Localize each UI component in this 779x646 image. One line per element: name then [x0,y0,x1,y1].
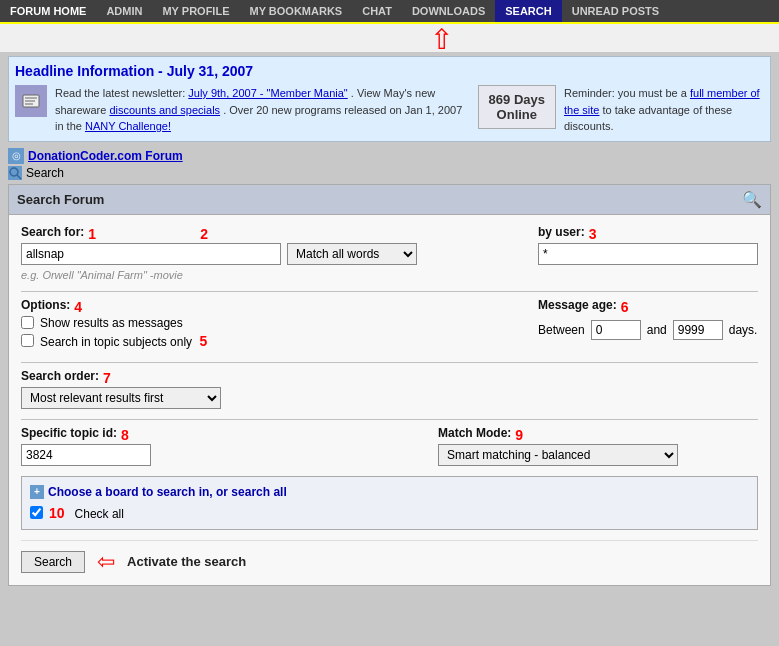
by-user-input[interactable] [538,243,758,265]
discounts-link[interactable]: discounts and specials [109,104,220,116]
nav-bar: FORUM HOME ADMIN MY PROFILE MY BOOKMARKS… [0,0,779,24]
num8-label: 8 [121,427,129,443]
check-all-row: 10 Check all [30,505,749,521]
options-label: Options: [21,298,70,312]
search-for-input[interactable] [21,243,281,265]
headline-icon [15,85,47,117]
search-body: Search for: 1 2 Match all words Match an… [9,215,770,585]
topic-id-section: Specific topic id: 8 [21,426,430,466]
nav-search[interactable]: SEARCH [495,0,561,22]
topic-subjects-row: Search in topic subjects only 5 [21,333,530,349]
search-form-header: Search Forum 🔍 [9,185,770,215]
divider1 [21,291,758,292]
match-select[interactable]: Match all words Match any word Match exa… [287,243,417,265]
num5-label: 5 [199,333,207,349]
headline-box: Headline Information - July 31, 2007 Rea… [8,56,771,142]
show-messages-label: Show results as messages [40,316,183,330]
board-title: + Choose a board to search in, or search… [30,485,749,499]
search-order-row: Search order: 7 Most relevant results fi… [21,369,758,409]
forum-home-link[interactable]: DonationCoder.com Forum [28,149,183,163]
options-section: Options: 4 Show results as messages Sear… [21,298,530,352]
num9-label: 9 [515,427,523,443]
message-age-label: Message age: [538,298,617,312]
topic-id-input[interactable] [21,444,151,466]
by-user-section: by user: 3 [538,225,758,265]
check-all-checkbox[interactable] [30,506,43,519]
days-online-text: 869 DaysOnline [489,92,545,122]
divider2 [21,362,758,363]
nav-chat[interactable]: CHAT [352,0,402,22]
nav-my-bookmarks[interactable]: MY BOOKMARKS [239,0,352,22]
age-row: Between and days. [538,320,758,340]
num6-label: 6 [621,299,629,315]
search-order-select[interactable]: Most relevant results first Newest resul… [21,387,221,409]
headline-text: Read the latest newsletter: July 9th, 20… [55,85,470,135]
forum-icon: ◎ [8,148,24,164]
search-arrow-icon: ⇦ [97,549,115,575]
board-title-text: Choose a board to search in, or search a… [48,485,287,499]
search-breadcrumb-icon [8,166,22,180]
num3-label: 3 [589,226,597,242]
days-label: days. [729,323,758,337]
headline-title: Headline Information - July 31, 2007 [15,63,764,79]
options-row: Options: 4 Show results as messages Sear… [21,298,758,352]
by-user-label: by user: [538,225,585,239]
num4-label: 4 [74,299,82,315]
divider3 [21,419,758,420]
nav-downloads[interactable]: DOWNLOADS [402,0,495,22]
nav-unread-posts[interactable]: UNREAD POSTS [562,0,669,22]
check-all-label: 10 Check all [49,505,124,521]
search-order-label: Search order: [21,369,99,383]
breadcrumb: ◎ DonationCoder.com Forum [8,148,771,164]
between-label: Between [538,323,585,337]
search-for-section: Search for: 1 2 Match all words Match an… [21,225,530,281]
newsletter-link[interactable]: July 9th, 2007 - "Member Mania" [188,87,347,99]
topic-subjects-label: Search in topic subjects only 5 [40,333,207,349]
match-mode-section: Match Mode: 9 Smart matching - balanced … [438,426,758,466]
match-mode-select[interactable]: Smart matching - balanced Smart matching… [438,444,678,466]
age-from-input[interactable] [591,320,641,340]
num7-label: 7 [103,370,111,386]
search-for-input-row: Match all words Match any word Match exa… [21,243,530,265]
topic-id-label: Specific topic id: [21,426,117,440]
search-button[interactable]: Search [21,551,85,573]
headline-inner: Read the latest newsletter: July 9th, 20… [15,85,764,135]
search-for-row: Search for: 1 2 Match all words Match an… [21,225,758,281]
breadcrumb-sub: Search [8,166,771,180]
days-online-box: 869 DaysOnline [478,85,556,129]
nav-admin[interactable]: ADMIN [96,0,152,22]
num2-label: 2 [200,226,208,242]
board-expand-icon[interactable]: + [30,485,44,499]
up-arrow-icon: ⇧ [430,26,453,54]
show-messages-checkbox[interactable] [21,316,34,329]
search-button-row: Search ⇦ Activate the search [21,540,758,575]
search-form-title: Search Forum [17,192,104,207]
svg-line-5 [17,175,21,179]
message-age-section: Message age: 6 Between and days. [538,298,758,340]
and-label: and [647,323,667,337]
arrow-container: ⇧ [0,24,779,52]
topic-match-row: Specific topic id: 8 Match Mode: 9 Smart… [21,426,758,466]
show-messages-row: Show results as messages [21,316,530,330]
activate-text: Activate the search [127,554,246,569]
age-to-input[interactable] [673,320,723,340]
match-mode-label: Match Mode: [438,426,511,440]
example-text: e.g. Orwell "Animal Farm" -movie [21,269,530,281]
reminder-text: Reminder: you must be a full member of t… [564,85,764,135]
num10-label: 10 [49,505,65,521]
search-container: Search Forum 🔍 Search for: 1 2 Match a [8,184,771,586]
board-section: + Choose a board to search in, or search… [21,476,758,530]
svg-point-4 [10,168,18,176]
breadcrumb-current: Search [26,166,64,180]
search-for-label: Search for: [21,225,84,239]
num1-label: 1 [88,226,96,242]
nav-forum-home[interactable]: FORUM HOME [0,0,96,22]
search-header-icon: 🔍 [742,190,762,209]
search-order-section: Search order: 7 Most relevant results fi… [21,369,758,409]
nany-link[interactable]: NANY Challenge! [85,120,171,132]
topic-subjects-checkbox[interactable] [21,334,34,347]
nav-my-profile[interactable]: MY PROFILE [152,0,239,22]
